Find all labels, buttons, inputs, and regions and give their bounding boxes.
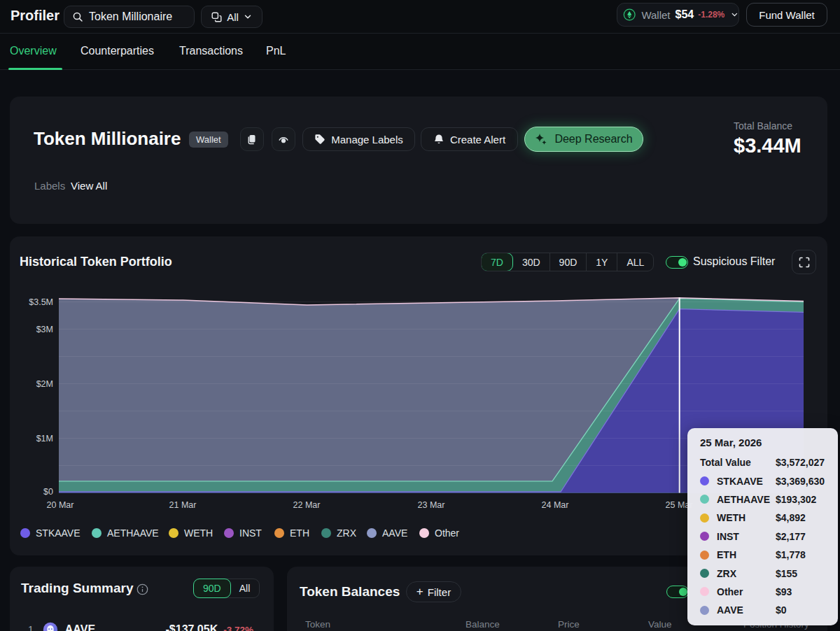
svg-text:$2M: $2M [36,379,53,389]
svg-text:22 Mar: 22 Mar [293,500,321,510]
svg-text:20 Mar: 20 Mar [47,500,74,510]
svg-text:24 Mar: 24 Mar [542,500,569,510]
svg-text:$3M: $3M [36,325,53,334]
svg-text:21 Mar: 21 Mar [169,500,197,510]
svg-text:$3.5M: $3.5M [29,297,53,307]
svg-text:23 Mar: 23 Mar [418,500,445,510]
svg-text:$1M: $1M [36,434,53,444]
svg-text:$0: $0 [43,487,53,497]
